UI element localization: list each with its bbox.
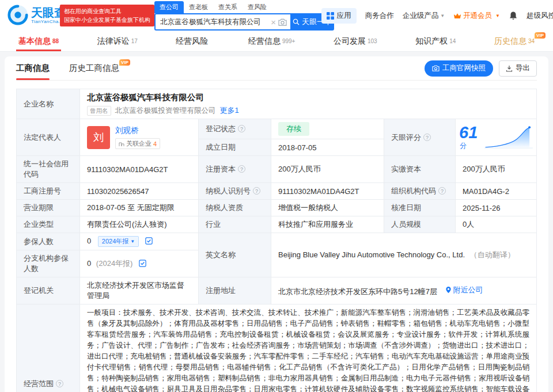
info-icon[interactable]: ?: [253, 187, 260, 195]
score-number: 61: [459, 123, 478, 142]
info-icon[interactable]: ?: [423, 134, 431, 141]
search-tabs: 查公司 查老板 查关系 查风险: [154, 2, 334, 13]
top-right-nav: 应用 商务合作 企业级产品 ▼ 开通会员 ▼ 超级风控: [321, 0, 553, 31]
search-tab-relation[interactable]: 查关系: [213, 1, 243, 13]
staff-size-label: 人员规模: [384, 216, 456, 233]
subtab-history-business-info[interactable]: 历史工商信息 VIP: [69, 56, 119, 80]
business-scope-value: 一般项目：技术服务、技术开发、技术咨询、技术交流、技术转让、技术推广；新能源汽车…: [80, 305, 537, 392]
legal-rep-link[interactable]: 刘观桥: [115, 125, 160, 136]
tab-label: 基本信息: [18, 36, 51, 47]
vip-badge: VIP: [119, 59, 130, 66]
table-row: 法定代表人 刘 刘观桥 关联企业: [17, 119, 537, 139]
notification-bell-icon[interactable]: [509, 11, 518, 20]
branch-insured-note: (2024年报): [96, 259, 133, 268]
super-risk-link[interactable]: 超级风控: [527, 11, 553, 21]
slogan-line-1: 都在用的商业查询工具: [64, 7, 150, 16]
business-cooperation-link[interactable]: 商务合作: [365, 11, 394, 21]
reg-status-label: 登记状态?: [199, 119, 271, 139]
search-input[interactable]: [160, 18, 268, 26]
annual-report-certificate-icon[interactable]: [145, 237, 153, 245]
crown-icon: [453, 13, 461, 19]
download-icon: [506, 65, 513, 72]
table-row: 工商注册号 110302025626547 纳税人识别号? 91110302MA…: [17, 183, 537, 200]
top-header: 天眼查 TianYanCha.com 都在用的商业查询工具 国家中小企业发展子基…: [0, 0, 553, 31]
info-icon[interactable]: ?: [56, 380, 63, 387]
table-row: 参保人数 0 2024年报▼ 英文名称: [17, 233, 537, 250]
official-snapshot-button[interactable]: 工商官网快照: [425, 60, 493, 77]
related-companies-tag[interactable]: 关联企业 4: [115, 138, 160, 149]
tab-company-development[interactable]: 公司发展103: [331, 31, 380, 51]
nearby-companies-link[interactable]: 附近公司: [445, 285, 483, 295]
tab-count: 14: [449, 38, 456, 44]
apps-label: 应用: [337, 11, 351, 21]
established-label: 成立日期: [199, 139, 271, 156]
branch-insured-cell: 0 (2024年报): [80, 250, 199, 277]
tab-operation-risk[interactable]: 经营风险: [173, 31, 212, 51]
tab-intellectual-property[interactable]: 知识产权14: [413, 31, 458, 51]
company-name-cell: 北京蓝谷极狐汽车科技有限公司 曾用名 北京蓝谷极狐投资管理有限公司 更多1: [80, 89, 537, 119]
score-cell: 61分: [456, 119, 537, 156]
clear-search-icon[interactable]: ×: [271, 18, 276, 26]
tab-history-info[interactable]: 历史信息34 VIP: [492, 31, 537, 51]
annual-report-certificate-icon[interactable]: [139, 260, 146, 267]
card-actions: 工商官网快照 导出: [425, 60, 537, 77]
approved-date-value: 2025-11-26: [456, 200, 537, 216]
reg-capital-label: 注册资本?: [199, 156, 271, 183]
former-name: 北京蓝谷极狐投资管理有限公司: [115, 106, 216, 116]
table-row: 营业期限 2018-07-05 至 无固定期限 纳税人资质 增值税一般纳税人 核…: [17, 200, 537, 216]
export-button[interactable]: 导出: [499, 60, 537, 77]
tab-operation-info[interactable]: 经营信息999+: [246, 31, 298, 51]
search-tab-risk[interactable]: 查风险: [243, 1, 272, 13]
search-tab-company[interactable]: 查公司: [154, 1, 184, 13]
business-term-value: 2018-07-05 至 无固定期限: [80, 200, 199, 216]
tab-basic-info[interactable]: 基本信息88: [16, 31, 61, 51]
subtab-label: 历史工商信息: [69, 63, 119, 74]
reg-no-value: 110302025626547: [80, 183, 199, 200]
tab-label: 法律诉讼: [97, 36, 130, 47]
english-name: Beijing Blue Valley Jihu Automotive Tech…: [278, 250, 465, 259]
legal-rep-avatar[interactable]: 刘: [87, 126, 110, 149]
table-row: 统一社会信用代码 91110302MA01DA4G2T 注册资本? 200万人民…: [17, 156, 537, 183]
chevron-down-icon: ▼: [495, 13, 500, 18]
status-badge: 存续: [278, 122, 309, 136]
open-vip-menu[interactable]: 开通会员 ▼: [453, 11, 500, 21]
enterprise-products-menu[interactable]: 企业级产品 ▼: [403, 11, 445, 21]
branch-insured-label: 分支机构参保人数: [17, 250, 80, 277]
subtab-business-info[interactable]: 工商信息: [16, 56, 50, 80]
tab-count: 34: [528, 38, 535, 44]
annual-report-selector[interactable]: 2024年报▼: [98, 236, 139, 247]
reg-status-cell: 存续: [271, 119, 384, 139]
reg-authority-label: 登记机关: [17, 277, 80, 305]
tab-legal-proceedings[interactable]: 法律诉讼17: [95, 31, 140, 51]
taxpayer-quality-label: 纳税人资质: [199, 200, 271, 216]
tab-label: 经营风险: [176, 36, 208, 47]
more-former-names-link[interactable]: 更多1: [220, 105, 239, 116]
legal-rep-label: 法定代表人: [17, 119, 80, 156]
location-pin-icon: [445, 286, 452, 294]
info-icon[interactable]: ?: [238, 165, 245, 173]
subtab-label: 工商信息: [16, 63, 50, 74]
related-companies-count: 4: [153, 140, 157, 147]
established-value: 2018-07-05: [271, 139, 384, 156]
former-name-tag: 曾用名: [87, 106, 111, 116]
tab-label: 经营信息: [248, 36, 281, 47]
info-icon[interactable]: ?: [438, 187, 446, 195]
score-unit: 分: [460, 142, 467, 150]
search-area: 查公司 查老板 查关系 查风险 ×: [154, 2, 334, 31]
auto-translate-note: （自动翻译）: [470, 250, 515, 259]
export-label: 导出: [516, 63, 530, 73]
business-info-card: 工商信息 历史工商信息 VIP 工商官网快照: [5, 56, 548, 392]
tab-label: 公司发展: [334, 36, 366, 47]
table-row: 企业名称 北京蓝谷极狐汽车科技有限公司 曾用名 北京蓝谷极狐投资管理有限公司 更…: [17, 89, 537, 119]
legal-rep-cell: 刘 刘观桥 关联企业 4: [80, 119, 199, 156]
info-icon[interactable]: ?: [238, 125, 245, 132]
score-label: 天眼评分?: [384, 119, 456, 156]
apps-button[interactable]: 应用: [321, 8, 357, 24]
enterprise-products-label: 企业级产品: [403, 11, 439, 21]
branch-insured-count: 0: [87, 259, 91, 268]
search-tab-boss[interactable]: 查老板: [184, 1, 213, 13]
slogan-line-2: 国家中小企业发展子基金旗下机构: [64, 16, 150, 24]
tab-count: 999+: [282, 38, 296, 44]
camera-search-icon[interactable]: [278, 18, 287, 26]
section-tabs: 基本信息88 法律诉讼17 经营风险 经营信息999+ 公司发展103 知识产权…: [0, 31, 553, 52]
